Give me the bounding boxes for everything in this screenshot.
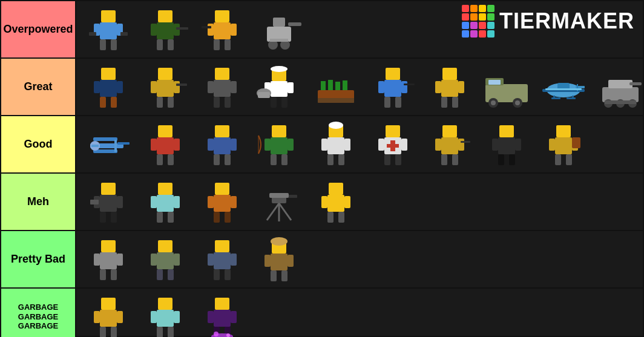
svg-rect-177: [214, 212, 220, 223]
svg-rect-205: [208, 254, 214, 266]
svg-rect-102: [114, 140, 117, 152]
svg-rect-143: [458, 139, 464, 151]
svg-rect-149: [492, 139, 498, 151]
list-item: [195, 4, 249, 55]
svg-rect-184: [269, 193, 289, 198]
svg-rect-57: [321, 81, 326, 90]
svg-rect-142: [435, 139, 441, 151]
svg-rect-195: [100, 269, 106, 280]
svg-rect-113: [214, 137, 231, 154]
list-item: [252, 61, 306, 113]
svg-rect-157: [555, 154, 561, 165]
svg-rect-10: [151, 24, 157, 36]
svg-rect-1: [100, 22, 117, 39]
list-item: [138, 291, 192, 337]
svg-rect-70: [441, 80, 458, 97]
svg-point-81: [515, 100, 520, 105]
svg-rect-30: [94, 81, 100, 93]
svg-rect-189: [327, 212, 334, 223]
svg-rect-20: [225, 39, 231, 50]
svg-rect-87: [545, 88, 582, 90]
svg-rect-131: [338, 154, 344, 165]
svg-rect-23: [273, 18, 285, 27]
tier-items-meh: [76, 174, 643, 230]
svg-rect-208: [225, 269, 231, 280]
tier-items-garbage: [76, 289, 643, 337]
svg-rect-73: [441, 97, 447, 108]
svg-rect-21: [202, 26, 211, 28]
svg-rect-186: [327, 195, 344, 212]
list-item: [479, 61, 534, 113]
tiermaker-logo: TiERMAKER: [462, 5, 634, 38]
list-item: [366, 119, 420, 170]
tier-label-good: Good: [1, 116, 76, 172]
list-item: [138, 61, 192, 113]
svg-point-210: [271, 237, 288, 246]
svg-rect-118: [272, 125, 286, 137]
svg-rect-89: [567, 97, 576, 99]
svg-rect-220: [100, 327, 106, 338]
svg-rect-6: [89, 32, 96, 36]
tier-row-good: Good: [1, 116, 643, 174]
svg-rect-223: [157, 310, 174, 327]
list-item: [252, 176, 306, 227]
svg-rect-135: [401, 139, 407, 151]
svg-rect-207: [214, 269, 220, 280]
svg-rect-46: [225, 97, 231, 108]
svg-rect-103: [117, 142, 130, 145]
svg-rect-187: [321, 196, 327, 208]
svg-rect-171: [157, 212, 163, 223]
svg-rect-17: [208, 24, 214, 36]
svg-rect-33: [111, 97, 117, 108]
tier-row-prettybad: Pretty Bad: [1, 231, 643, 289]
list-item: [252, 234, 306, 285]
svg-rect-141: [441, 137, 458, 154]
list-item: [195, 176, 249, 227]
svg-rect-164: [100, 212, 106, 223]
svg-rect-215: [281, 270, 288, 281]
tier-row-meh: Meh: [1, 174, 643, 231]
svg-rect-145: [452, 154, 458, 165]
svg-rect-176: [231, 196, 237, 208]
svg-rect-69: [442, 68, 457, 80]
svg-rect-217: [100, 310, 117, 327]
svg-rect-160: [101, 183, 116, 195]
svg-rect-196: [111, 269, 117, 280]
svg-rect-132: [386, 125, 400, 137]
svg-rect-192: [100, 252, 117, 269]
svg-rect-155: [549, 139, 555, 151]
svg-rect-32: [100, 97, 106, 108]
svg-rect-154: [555, 137, 572, 154]
list-item: [479, 119, 534, 170]
list-item: [138, 176, 192, 227]
svg-rect-151: [498, 154, 504, 165]
svg-rect-41: [215, 68, 229, 80]
svg-rect-213: [288, 255, 294, 267]
svg-rect-140: [442, 125, 457, 137]
svg-rect-12: [157, 39, 163, 50]
svg-rect-227: [168, 327, 174, 338]
svg-rect-173: [215, 183, 229, 195]
svg-rect-88: [551, 97, 560, 99]
svg-rect-94: [629, 82, 642, 85]
logo-grid: [462, 5, 494, 38]
svg-rect-24: [288, 22, 301, 26]
svg-rect-86: [577, 84, 578, 91]
tier-row-garbage: GARBAGE GARBAGE GARBAGE: [1, 289, 643, 337]
svg-rect-56: [318, 90, 354, 99]
svg-rect-148: [498, 137, 515, 154]
svg-rect-111: [168, 154, 174, 165]
list-item: [309, 176, 363, 227]
list-item: [195, 234, 249, 285]
svg-rect-165: [111, 212, 117, 223]
svg-rect-136: [384, 154, 390, 165]
svg-rect-222: [158, 298, 172, 310]
svg-rect-224: [151, 311, 157, 323]
svg-rect-112: [215, 125, 229, 137]
svg-rect-52: [271, 97, 277, 108]
list-item: [422, 119, 477, 170]
list-item: [81, 234, 136, 285]
list-item: [252, 4, 306, 55]
svg-rect-27: [270, 39, 288, 42]
svg-rect-63: [384, 80, 401, 97]
